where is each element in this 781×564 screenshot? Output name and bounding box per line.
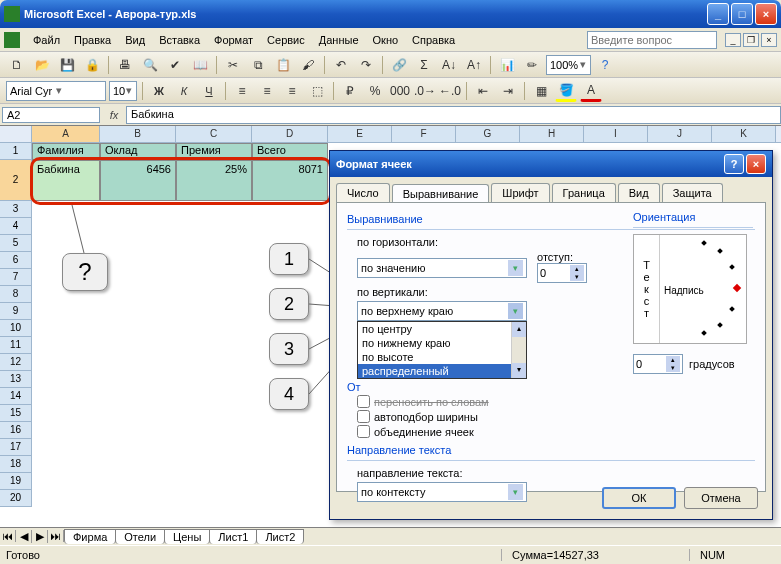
cell-c2[interactable]: 25% — [176, 160, 252, 201]
increase-decimal-button[interactable]: .0→ — [414, 80, 436, 102]
menu-insert[interactable]: Вставка — [152, 32, 207, 48]
dialog-help-button[interactable]: ? — [724, 154, 744, 174]
col-header-g[interactable]: G — [456, 126, 520, 142]
menu-edit[interactable]: Правка — [67, 32, 118, 48]
col-header-d[interactable]: D — [252, 126, 328, 142]
font-name-combo[interactable]: Arial Cyr▾ — [6, 81, 106, 101]
tab-number[interactable]: Число — [336, 183, 390, 202]
cell-d1[interactable]: Всего — [252, 143, 328, 160]
align-left-button[interactable]: ≡ — [231, 80, 253, 102]
menu-window[interactable]: Окно — [366, 32, 406, 48]
col-header-c[interactable]: C — [176, 126, 252, 142]
col-header-h[interactable]: H — [520, 126, 584, 142]
orientation-vertical-text[interactable]: Текст — [634, 235, 660, 343]
text-direction-select[interactable]: по контексту▾ — [357, 482, 527, 502]
maximize-button[interactable]: □ — [731, 3, 753, 25]
paste-button[interactable]: 📋 — [272, 54, 294, 76]
row-header-3[interactable]: 3 — [0, 201, 32, 218]
align-center-button[interactable]: ≡ — [256, 80, 278, 102]
increase-indent-button[interactable]: ⇥ — [497, 80, 519, 102]
save-button[interactable]: 💾 — [56, 54, 78, 76]
cell-c1[interactable]: Премия — [176, 143, 252, 160]
underline-button[interactable]: Ч — [198, 80, 220, 102]
menu-view[interactable]: Вид — [118, 32, 152, 48]
undo-button[interactable]: ↶ — [330, 54, 352, 76]
sort-desc-button[interactable]: A↑ — [463, 54, 485, 76]
tab-alignment[interactable]: Выравнивание — [392, 184, 490, 203]
dd-item[interactable]: по центру — [358, 322, 526, 336]
fx-icon[interactable]: fx — [102, 109, 126, 121]
menu-help[interactable]: Справка — [405, 32, 462, 48]
cancel-button[interactable]: Отмена — [684, 487, 758, 509]
dd-item[interactable]: распределенный — [358, 364, 526, 378]
decrease-decimal-button[interactable]: ←.0 — [439, 80, 461, 102]
vertical-align-dropdown[interactable]: по центру по нижнему краю по высоте расп… — [357, 321, 527, 379]
row-header-11[interactable]: 11 — [0, 337, 32, 354]
menu-file[interactable]: Файл — [26, 32, 67, 48]
close-button[interactable]: × — [755, 3, 777, 25]
dialog-titlebar[interactable]: Формат ячеек ? × — [330, 151, 772, 177]
ok-button[interactable]: ОК — [602, 487, 676, 509]
horizontal-align-select[interactable]: по значению▾ — [357, 258, 527, 278]
autofit-checkbox[interactable] — [357, 410, 370, 423]
format-painter-button[interactable]: 🖌 — [297, 54, 319, 76]
sort-asc-button[interactable]: A↓ — [438, 54, 460, 76]
row-header-9[interactable]: 9 — [0, 303, 32, 320]
sheet-tab[interactable]: Отели — [115, 529, 165, 544]
name-box[interactable]: A2 — [2, 107, 100, 123]
degrees-spinner[interactable]: 0▴▾ — [633, 354, 683, 374]
formula-input[interactable]: Бабкина — [126, 106, 781, 124]
open-button[interactable]: 📂 — [31, 54, 53, 76]
col-header-k[interactable]: K — [712, 126, 776, 142]
row-header-17[interactable]: 17 — [0, 439, 32, 456]
tab-border[interactable]: Граница — [552, 183, 616, 202]
cell-a1[interactable]: Фамилия — [32, 143, 100, 160]
col-header-f[interactable]: F — [392, 126, 456, 142]
italic-button[interactable]: К — [173, 80, 195, 102]
row-header-13[interactable]: 13 — [0, 371, 32, 388]
menu-tools[interactable]: Сервис — [260, 32, 312, 48]
row-header-5[interactable]: 5 — [0, 235, 32, 252]
permission-button[interactable]: 🔒 — [81, 54, 103, 76]
row-header-8[interactable]: 8 — [0, 286, 32, 303]
tab-view[interactable]: Вид — [618, 183, 660, 202]
row-header-19[interactable]: 19 — [0, 473, 32, 490]
chart-button[interactable]: 📊 — [496, 54, 518, 76]
cell-b2[interactable]: 6456 — [100, 160, 176, 201]
new-button[interactable]: 🗋 — [6, 54, 28, 76]
tab-font[interactable]: Шрифт — [491, 183, 549, 202]
currency-button[interactable]: ₽ — [339, 80, 361, 102]
row-header-7[interactable]: 7 — [0, 269, 32, 286]
drawing-button[interactable]: ✏ — [521, 54, 543, 76]
vertical-align-select[interactable]: по верхнему краю▾ — [357, 301, 527, 321]
indent-spinner[interactable]: 0▴▾ — [537, 263, 587, 283]
sheet-nav-buttons[interactable]: ⏮◀▶⏭ — [0, 530, 64, 543]
col-header-j[interactable]: J — [648, 126, 712, 142]
orientation-dial[interactable]: Надпись — [660, 235, 746, 343]
row-header-18[interactable]: 18 — [0, 456, 32, 473]
orientation-panel[interactable]: Текст Надпись — [633, 234, 747, 344]
row-header-20[interactable]: 20 — [0, 490, 32, 507]
dialog-close-button[interactable]: × — [746, 154, 766, 174]
copy-button[interactable]: ⧉ — [247, 54, 269, 76]
row-header-14[interactable]: 14 — [0, 388, 32, 405]
sheet-tab[interactable]: Цены — [164, 529, 210, 544]
col-header-b[interactable]: B — [100, 126, 176, 142]
menu-format[interactable]: Формат — [207, 32, 260, 48]
help-button[interactable]: ? — [594, 54, 616, 76]
spelling-button[interactable]: ✔ — [164, 54, 186, 76]
row-header-12[interactable]: 12 — [0, 354, 32, 371]
align-right-button[interactable]: ≡ — [281, 80, 303, 102]
tab-protection[interactable]: Защита — [662, 183, 723, 202]
merge-center-button[interactable]: ⬚ — [306, 80, 328, 102]
help-search-input[interactable] — [587, 31, 717, 49]
row-header-15[interactable]: 15 — [0, 405, 32, 422]
workbook-close-button[interactable]: × — [761, 33, 777, 47]
row-header-6[interactable]: 6 — [0, 252, 32, 269]
minimize-button[interactable]: _ — [707, 3, 729, 25]
sheet-tab[interactable]: Лист1 — [209, 529, 257, 544]
merge-cells-checkbox[interactable] — [357, 425, 370, 438]
dd-item[interactable]: по высоте — [358, 350, 526, 364]
hyperlink-button[interactable]: 🔗 — [388, 54, 410, 76]
cell-d2[interactable]: 8071 — [252, 160, 328, 201]
